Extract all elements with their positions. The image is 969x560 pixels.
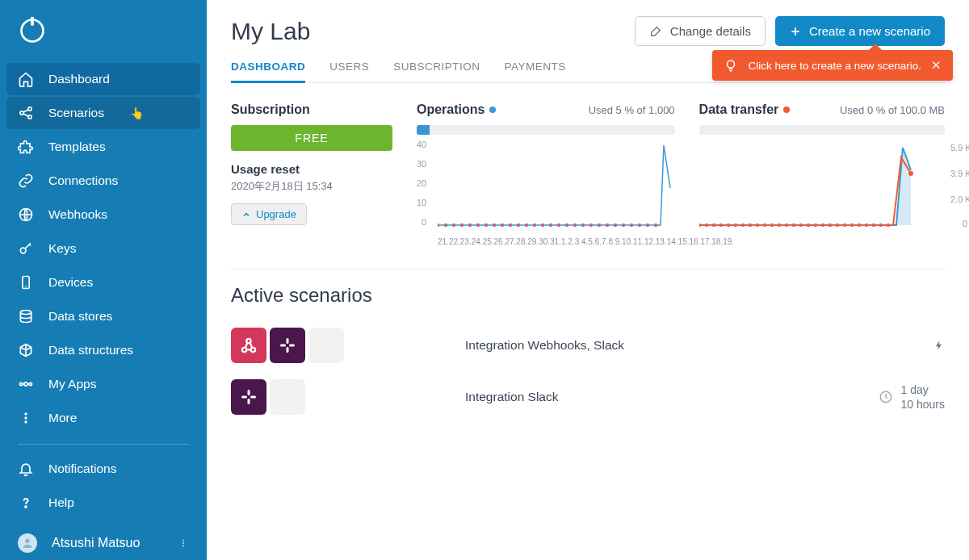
svg-point-13 bbox=[24, 416, 27, 419]
close-icon[interactable]: ✕ bbox=[931, 58, 942, 73]
home-icon bbox=[18, 71, 34, 87]
button-label: Change details bbox=[670, 24, 751, 38]
svg-point-51 bbox=[711, 224, 715, 227]
svg-point-31 bbox=[525, 224, 528, 227]
sidebar-item-scenarios[interactable]: Scenarios 👆 bbox=[6, 97, 200, 129]
svg-point-60 bbox=[777, 224, 780, 227]
sidebar-item-notifications[interactable]: Notifications bbox=[6, 453, 200, 485]
svg-point-23 bbox=[460, 224, 464, 227]
divider bbox=[18, 444, 189, 445]
svg-point-18 bbox=[182, 542, 184, 544]
svg-point-37 bbox=[573, 224, 577, 227]
svg-point-20 bbox=[438, 224, 439, 227]
svg-point-29 bbox=[509, 224, 512, 227]
svg-rect-81 bbox=[280, 345, 286, 347]
svg-point-53 bbox=[726, 224, 729, 227]
sidebar-item-label: Templates bbox=[48, 140, 106, 154]
svg-rect-85 bbox=[241, 396, 247, 399]
svg-point-39 bbox=[589, 224, 593, 227]
svg-point-48 bbox=[908, 171, 913, 176]
sidebar-item-my-apps[interactable]: My Apps bbox=[6, 368, 200, 400]
change-details-button[interactable]: Change details bbox=[635, 16, 766, 46]
button-label: Upgrade bbox=[256, 208, 296, 220]
subscription-title: Subscription bbox=[231, 102, 392, 117]
sidebar-item-data-stores[interactable]: Data stores bbox=[6, 300, 200, 332]
usage-reset-date: 2020年2月18日 15:34 bbox=[231, 179, 392, 194]
svg-rect-79 bbox=[287, 338, 289, 344]
sidebar-item-connections[interactable]: Connections bbox=[6, 165, 200, 197]
create-scenario-button[interactable]: Create a new scenario bbox=[775, 16, 945, 46]
apps-icon bbox=[18, 376, 34, 392]
svg-point-65 bbox=[813, 224, 816, 227]
svg-point-11 bbox=[24, 382, 27, 386]
sidebar-item-devices[interactable]: Devices bbox=[6, 266, 200, 299]
divider bbox=[231, 269, 945, 270]
svg-point-73 bbox=[871, 224, 875, 227]
svg-point-38 bbox=[581, 224, 585, 227]
sidebar-footer: Atsushi Matsuo bbox=[0, 524, 207, 560]
dot-icon bbox=[783, 107, 790, 113]
sidebar-item-label: Notifications bbox=[48, 462, 116, 476]
sidebar-item-data-structures[interactable]: Data structures bbox=[6, 334, 200, 366]
svg-point-15 bbox=[25, 506, 27, 508]
sidebar-item-label: Webhooks bbox=[48, 207, 107, 222]
blank-app-icon bbox=[308, 328, 344, 363]
svg-point-70 bbox=[849, 224, 853, 227]
create-scenario-tooltip: Click here to create a new scenario. ✕ bbox=[712, 50, 953, 81]
sidebar-item-help[interactable]: Help bbox=[6, 487, 200, 519]
sidebar-item-label: Help bbox=[48, 495, 74, 510]
nav: Dashboard Scenarios 👆 Templates Connecti… bbox=[0, 60, 207, 524]
svg-rect-80 bbox=[287, 347, 289, 353]
cube-icon bbox=[18, 342, 34, 358]
sidebar-item-label: Scenarios bbox=[48, 106, 104, 120]
svg-point-69 bbox=[842, 224, 845, 227]
plan-badge: FREE bbox=[231, 125, 392, 151]
operations-progress bbox=[417, 125, 675, 135]
database-icon bbox=[18, 308, 34, 324]
sidebar-item-templates[interactable]: Templates bbox=[6, 131, 200, 163]
sidebar-item-keys[interactable]: Keys bbox=[6, 232, 200, 265]
user-more-icon[interactable] bbox=[178, 537, 189, 549]
svg-rect-1 bbox=[31, 17, 34, 26]
user-name: Atsushi Matsuo bbox=[52, 536, 140, 550]
svg-point-88 bbox=[728, 61, 735, 68]
operations-title: Operations bbox=[417, 102, 484, 117]
data-transfer-section: Data transfer Used 0 % of 100.0 MB 5.9 K… bbox=[699, 102, 945, 246]
link-icon bbox=[18, 173, 34, 189]
tab-users[interactable]: USERS bbox=[329, 61, 369, 82]
sidebar-item-webhooks[interactable]: Webhooks bbox=[6, 199, 200, 231]
svg-point-71 bbox=[857, 224, 860, 227]
usage-reset-title: Usage reset bbox=[231, 162, 392, 176]
operations-usage: Used 5 % of 1,000 bbox=[589, 104, 675, 116]
tab-subscription[interactable]: SUBSCRIPTION bbox=[393, 61, 480, 82]
dots-icon bbox=[18, 410, 34, 426]
svg-point-64 bbox=[806, 224, 809, 227]
webhook-app-icon bbox=[231, 328, 266, 363]
subscription-section: Subscription FREE Usage reset 2020年2月18日… bbox=[231, 102, 392, 246]
svg-rect-83 bbox=[248, 390, 250, 395]
svg-point-35 bbox=[557, 224, 560, 227]
upgrade-button[interactable]: Upgrade bbox=[231, 203, 307, 225]
scenario-row[interactable]: Integration Webhooks, Slack bbox=[231, 320, 945, 371]
svg-point-63 bbox=[799, 224, 802, 227]
scenario-row[interactable]: Integration Slack 1 day 10 hours bbox=[231, 371, 945, 423]
user-row[interactable]: Atsushi Matsuo bbox=[0, 524, 207, 560]
puzzle-icon bbox=[18, 139, 34, 155]
tab-dashboard[interactable]: DASHBOARD bbox=[231, 61, 305, 82]
sidebar-item-label: My Apps bbox=[48, 377, 96, 391]
svg-point-25 bbox=[476, 224, 480, 227]
logo-icon bbox=[18, 16, 47, 45]
slack-app-icon bbox=[270, 328, 305, 363]
svg-point-26 bbox=[484, 224, 488, 227]
svg-point-14 bbox=[24, 420, 27, 423]
sidebar-item-dashboard[interactable]: Dashboard bbox=[6, 63, 200, 95]
sidebar: Dashboard Scenarios 👆 Templates Connecti… bbox=[0, 0, 207, 560]
operations-section: Operations Used 5 % of 1,000 40 30 20 10… bbox=[417, 102, 675, 246]
data-transfer-usage: Used 0 % of 100.0 MB bbox=[840, 104, 945, 116]
sidebar-item-more[interactable]: More bbox=[6, 402, 200, 434]
tab-payments[interactable]: PAYMENTS bbox=[505, 61, 566, 82]
phone-icon bbox=[18, 274, 34, 290]
svg-point-68 bbox=[835, 224, 838, 227]
svg-point-40 bbox=[598, 224, 601, 227]
svg-point-49 bbox=[699, 224, 701, 227]
